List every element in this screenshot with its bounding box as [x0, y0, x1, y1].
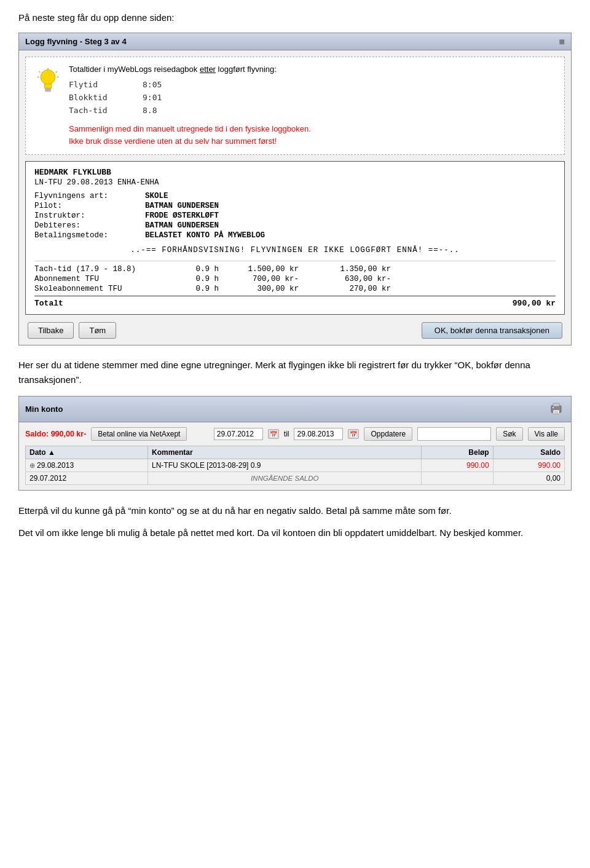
saldo-badge: Saldo: 990,00 kr- [25, 430, 86, 438]
cal-to-icon[interactable]: 📅 [348, 429, 359, 439]
row2-saldo: 0,00 [493, 472, 564, 485]
row1-belop: 990.00 [422, 459, 493, 472]
table-row: ⊕29.08.2013 LN-TFU SKOLE [2013-08-29] 0.… [26, 459, 565, 472]
flight-card-row-art: Flyvningens art: SKOLE [34, 192, 556, 200]
summary-table: Flytid8:05 Blokktid9:01 Tach-tid8.8 [69, 79, 554, 117]
minkonto-title: Min konto [25, 404, 63, 414]
printer-icon[interactable] [548, 400, 565, 419]
col-saldo[interactable]: Saldo [493, 446, 564, 459]
summary-title: Totaltider i myWebLogs reisedagbok etter… [69, 65, 554, 74]
charge-row-tach: Tach-tid (17.9 - 18.8) 0.9 h 1.500,00 kr… [34, 265, 556, 274]
minkonto-title-bar: Min konto [19, 397, 571, 422]
window-grip: ≣ [559, 37, 565, 46]
svg-line-5 [56, 71, 57, 73]
flight-card-flight-line: LN-TFU 29.08.2013 ENHA-ENHA [34, 178, 556, 187]
minkonto-window: Min konto Saldo: 990,00 kr- Betal online… [18, 396, 572, 491]
cal-from-icon[interactable]: 📅 [268, 429, 279, 439]
footer-text-2: Det vil om ikke lenge bli mulig å betale… [18, 525, 572, 541]
date-to-input[interactable] [294, 428, 343, 440]
svg-rect-1 [45, 89, 50, 90]
svg-rect-9 [553, 403, 559, 406]
minkonto-table: Dato ▲ Kommentar Beløp Saldo ⊕29.08.2013… [25, 446, 565, 485]
intro-text: På neste steg får du opp denne siden: [18, 12, 572, 23]
flight-card-row-instruktor: Instruktør: FRODE ØSTERKLØFT [34, 211, 556, 220]
total-row: Totalt 990,00 kr [34, 296, 556, 308]
confirm-button[interactable]: OK, bokfør denna transaksjonen [422, 322, 562, 339]
svg-line-4 [39, 71, 40, 73]
row2-date: 29.07.2012 [26, 472, 148, 485]
back-button[interactable]: Tilbake [28, 322, 74, 339]
search-button[interactable]: Søk [496, 427, 522, 441]
row2-comment: INNGÅENDE SALDO [148, 472, 421, 485]
svg-rect-2 [45, 90, 50, 92]
clear-button[interactable]: Tøm [79, 322, 116, 339]
minkonto-toolbar: Saldo: 990,00 kr- Betal online via NetAx… [25, 427, 565, 441]
flight-card: HEDMARK FLYKLUBB LN-TFU 29.08.2013 ENHA-… [25, 161, 565, 315]
flight-charges: Tach-tid (17.9 - 18.8) 0.9 h 1.500,00 kr… [34, 261, 556, 308]
col-dato[interactable]: Dato ▲ [26, 446, 148, 459]
flight-card-club: HEDMARK FLYKLUBB [34, 168, 556, 177]
col-belop[interactable]: Beløp [422, 446, 493, 459]
svg-point-13 [553, 407, 554, 408]
row2-belop [422, 472, 493, 485]
table-row: 29.07.2012 INNGÅENDE SALDO 0,00 [26, 472, 565, 485]
col-kommentar[interactable]: Kommentar [148, 446, 421, 459]
summary-box: Totaltider i myWebLogs reisedagbok etter… [25, 57, 565, 155]
flight-card-row-pilot: Pilot: BATMAN GUNDERSEN [34, 202, 556, 210]
svg-rect-12 [554, 412, 558, 413]
flight-card-row-debiteres: Debiteres: BATMAN GUNDERSEN [34, 221, 556, 230]
step3-title-bar: Logg flyvning - Steg 3 av 4 ≣ [19, 33, 571, 50]
date-range-sep: til [284, 430, 289, 438]
search-input[interactable] [417, 427, 491, 441]
flight-card-row-betaling: Betalingsmetode: BELASTET KONTO PÅ MYWEB… [34, 231, 556, 240]
middle-text: Her ser du at tidene stemmer med dine eg… [18, 358, 572, 387]
update-button[interactable]: Oppdatere [364, 427, 412, 441]
date-from-input[interactable] [214, 428, 263, 440]
row1-saldo: 990.00 [493, 459, 564, 472]
step3-window: Logg flyvning - Steg 3 av 4 ≣ Totaltider… [18, 33, 572, 345]
step3-title: Logg flyvning - Steg 3 av 4 [25, 37, 127, 46]
show-all-button[interactable]: Vis alle [528, 427, 565, 441]
row1-date: ⊕29.08.2013 [26, 459, 148, 472]
charge-row-skole: Skoleabonnement TFU 0.9 h 300,00 kr 270,… [34, 285, 556, 293]
bulb-icon [36, 67, 60, 98]
footer-text-1: Etterpå vil du kunne gå på “min konto” o… [18, 503, 572, 519]
svg-rect-11 [554, 411, 558, 412]
preview-warning: ..-== FORHÅNDSVISNING! FLYVNINGEN ER IKK… [34, 246, 556, 254]
pay-online-button[interactable]: Betal online via NetAxept [91, 427, 187, 441]
row1-comment: LN-TFU SKOLE [2013-08-29] 0.9 [148, 459, 421, 472]
button-row: Tilbake Tøm OK, bokfør denna transaksjon… [25, 322, 565, 339]
warning-text: Sammenlign med din manuelt utregnede tid… [69, 123, 554, 147]
charge-row-abonnement: Abonnement TFU 0.9 h 700,00 kr- 630,00 k… [34, 275, 556, 283]
svg-point-0 [41, 70, 55, 85]
